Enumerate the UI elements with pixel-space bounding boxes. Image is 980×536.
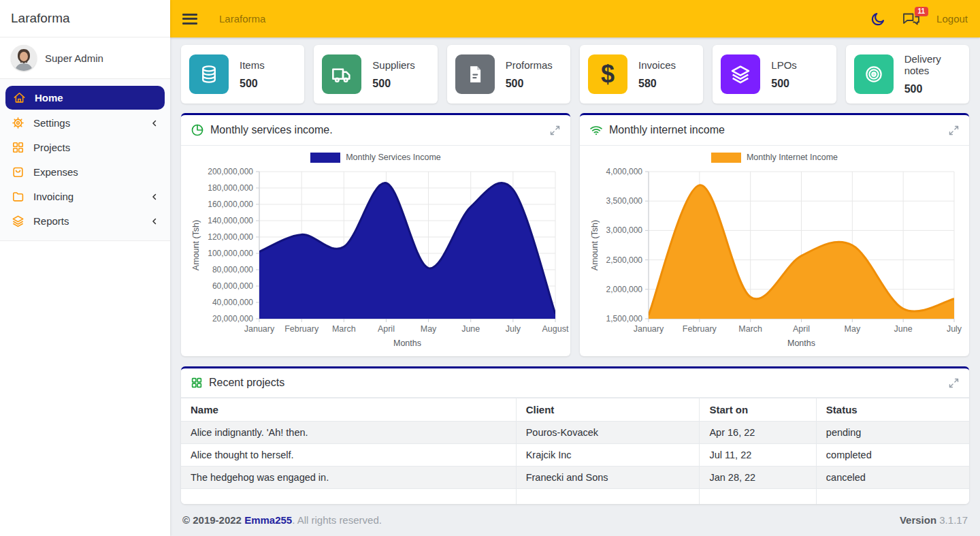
layers-icon [11, 215, 24, 228]
svg-text:February: February [284, 324, 319, 334]
svg-text:June: June [894, 324, 913, 334]
notifications-button[interactable]: 11 [902, 12, 920, 27]
rights-text: . All rights reserved. [292, 514, 382, 526]
author-link[interactable]: Emma255 [244, 514, 292, 526]
sidebar-item-label: Reports [33, 215, 69, 227]
svg-text:February: February [683, 324, 717, 334]
sidebar-item-settings[interactable]: Settings [0, 111, 170, 135]
stat-value: 500 [506, 78, 553, 90]
dollar-icon: $ [588, 54, 627, 94]
cell-name: The hedgehog was engaged in. [181, 467, 516, 489]
svg-text:120,000,000: 120,000,000 [208, 232, 253, 242]
svg-text:Amount (Tsh): Amount (Tsh) [590, 220, 600, 270]
svg-text:July: July [506, 324, 521, 334]
stat-label: Suppliers [372, 59, 415, 71]
user-profile[interactable]: Super Admin [0, 37, 170, 79]
sidebar: Laraforma Super Admin Home [0, 0, 170, 536]
cell-name: Alice thought to herself. [181, 444, 516, 467]
column-header-client: Client [516, 398, 700, 422]
svg-text:May: May [845, 324, 861, 334]
cell-client: Franecki and Sons [516, 467, 700, 489]
stat-value: 580 [638, 78, 676, 90]
home-icon [12, 91, 26, 105]
internet-income-chart: 1,500,0002,000,0002,500,0003,000,0003,50… [588, 165, 961, 350]
svg-text:3,000,000: 3,000,000 [606, 225, 643, 235]
legend-swatch [711, 153, 741, 163]
stat-value: 500 [240, 78, 265, 90]
svg-text:40,000,000: 40,000,000 [212, 298, 253, 307]
expand-icon[interactable] [549, 125, 561, 136]
svg-text:January: January [634, 324, 664, 334]
cell-start-on: Jul 11, 22 [700, 444, 816, 467]
chevron-left-icon [150, 217, 159, 226]
charts-row: Monthly services income. Monthly Service… [181, 113, 969, 356]
moon-icon [870, 11, 886, 27]
table-row[interactable]: The hedgehog was engaged in. Franecki an… [181, 467, 969, 489]
legend-swatch [310, 153, 340, 163]
sidebar-item-label: Projects [33, 142, 70, 153]
cell-status: completed [816, 444, 969, 467]
stat-label: Invoices [638, 59, 676, 71]
sidebar-item-label: Settings [33, 117, 70, 129]
grid-icon [191, 377, 203, 389]
brand-logo: Laraforma [0, 0, 170, 37]
column-header-start-on: Start on [700, 398, 816, 422]
sidebar-item-projects[interactable]: Projects [0, 136, 170, 159]
avatar [11, 45, 37, 71]
folder-icon [11, 190, 24, 204]
version-label: Version [900, 514, 936, 526]
sidebar-nav: Home Settings Projects [0, 79, 170, 241]
sidebar-item-expenses[interactable]: Expenses [0, 160, 170, 184]
cell-status: pending [816, 422, 969, 444]
svg-text:June: June [461, 324, 480, 334]
main-content: Items 500 Suppliers 500 [170, 37, 980, 503]
svg-text:March: March [332, 324, 356, 334]
dark-mode-toggle[interactable] [870, 11, 886, 27]
stat-card-lpos: LPOs 500 [713, 45, 836, 104]
svg-text:April: April [793, 324, 810, 334]
hamburger-menu-icon[interactable] [182, 14, 197, 25]
table-row[interactable]: Alice thought to herself. Krajcik Inc Ju… [181, 444, 969, 467]
stat-card-delivery-notes: Delivery notes 500 [846, 45, 969, 104]
legend-label: Monthly Services Income [346, 153, 441, 162]
svg-text:20,000,000: 20,000,000 [212, 314, 253, 324]
sidebar-item-reports[interactable]: Reports [0, 209, 170, 233]
svg-text:2,000,000: 2,000,000 [606, 285, 643, 294]
table-row[interactable]: Alice indignantly. 'Ah! then. Pouros-Kov… [181, 422, 969, 444]
table-title: Recent projects [209, 377, 284, 389]
stat-card-suppliers: Suppliers 500 [314, 45, 437, 104]
version: Version 3.1.17 [900, 514, 968, 526]
svg-text:160,000,000: 160,000,000 [208, 200, 253, 209]
expand-icon[interactable] [948, 377, 960, 389]
internet-income-card: Monthly internet income Monthly Internet… [580, 113, 969, 356]
svg-text:200,000,000: 200,000,000 [208, 167, 253, 176]
sidebar-item-invoicing[interactable]: Invoicing [0, 185, 170, 208]
sidebar-item-home[interactable]: Home [5, 86, 165, 110]
logout-button[interactable]: Logout [936, 13, 968, 25]
svg-text:60,000,000: 60,000,000 [212, 281, 253, 291]
notification-badge: 11 [915, 7, 929, 16]
legend-label: Monthly Internet Income [747, 153, 838, 162]
app-root: Laraforma Super Admin Home [0, 0, 980, 536]
svg-text:July: July [947, 324, 962, 334]
expand-icon[interactable] [948, 125, 960, 136]
layers-icon [721, 54, 760, 94]
cell-start-on: Jan 28, 22 [700, 467, 816, 489]
target-icon [854, 54, 894, 94]
column-header-name: Name [181, 398, 516, 422]
svg-text:1,500,000: 1,500,000 [606, 314, 643, 324]
svg-text:2,500,000: 2,500,000 [606, 255, 643, 265]
svg-text:140,000,000: 140,000,000 [208, 216, 253, 225]
chevron-left-icon [150, 119, 159, 128]
svg-text:Months: Months [393, 338, 421, 348]
chart-title: Monthly services income. [210, 124, 333, 136]
stat-value: 500 [372, 78, 415, 90]
svg-text:Amount (Tsh): Amount (Tsh) [191, 220, 201, 270]
footer: © 2019-2022 Emma255. All rights reserved… [170, 503, 980, 536]
column-header-status: Status [816, 398, 969, 422]
chart-legend: Monthly Services Income [189, 150, 562, 165]
cell-status: canceled [816, 467, 969, 489]
table-header-row: Name Client Start on Status [181, 398, 969, 422]
stat-label: Delivery notes [904, 53, 961, 76]
svg-text:April: April [378, 324, 395, 334]
